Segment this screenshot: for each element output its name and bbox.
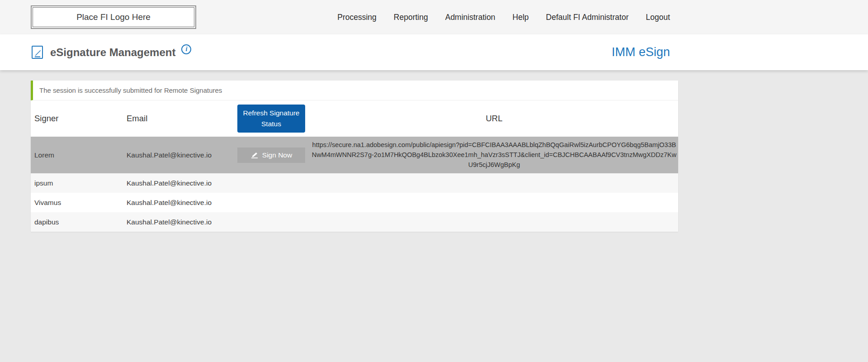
nav-item-user-menu[interactable]: Default FI Administrator xyxy=(546,13,629,22)
fi-logo-placeholder-text: Place FI Logo Here xyxy=(33,7,194,27)
sign-now-button-label: Sign Now xyxy=(262,151,292,159)
signer-email: Kaushal.Patel@kinective.io xyxy=(127,199,232,207)
signature-session-card: The session is successfully submitted fo… xyxy=(31,81,678,232)
nav-item-administration[interactable]: Administration xyxy=(445,13,495,22)
table-row: dapibus Kaushal.Patel@kinective.io xyxy=(31,212,678,232)
signer-name: Lorem xyxy=(31,151,127,159)
table-row: Lorem Kaushal.Patel@kinective.io Sign No… xyxy=(31,137,678,173)
main-nav: Processing Reporting Administration Help… xyxy=(337,13,670,22)
success-alert-message: The session is successfully submitted fo… xyxy=(39,86,222,94)
nav-item-logout[interactable]: Logout xyxy=(646,13,670,22)
nav-item-help[interactable]: Help xyxy=(513,13,529,22)
signer-email: Kaushal.Patel@kinective.io xyxy=(127,218,232,226)
nav-item-processing[interactable]: Processing xyxy=(337,13,377,22)
nav-item-reporting[interactable]: Reporting xyxy=(394,13,428,22)
page-title: eSignature Management xyxy=(50,46,175,59)
esignature-document-icon xyxy=(31,45,44,60)
top-bar: Place FI Logo Here Processing Reporting … xyxy=(0,0,868,34)
signer-name: ipsum xyxy=(31,179,127,187)
table-row: Vivamus Kaushal.Patel@kinective.io xyxy=(31,193,678,212)
refresh-signature-status-button[interactable]: Refresh Signature Status xyxy=(237,105,305,133)
signer-email: Kaushal.Patel@kinective.io xyxy=(127,151,232,159)
pen-icon xyxy=(250,152,259,158)
page-header-bar: eSignature Management i IMM eSign xyxy=(0,34,868,70)
column-header-email: Email xyxy=(127,114,232,124)
table-header-row: Signer Email Refresh Signature Status UR… xyxy=(31,100,678,137)
column-header-signer: Signer xyxy=(31,114,127,124)
signer-email: Kaushal.Patel@kinective.io xyxy=(127,179,232,187)
fi-logo-placeholder: Place FI Logo Here xyxy=(31,5,196,29)
table-row: ipsum Kaushal.Patel@kinective.io xyxy=(31,173,678,193)
success-alert: The session is successfully submitted fo… xyxy=(31,81,678,100)
imm-esign-brand: IMM eSign xyxy=(612,45,670,59)
signing-url: https://secure.na1.adobesign.com/public/… xyxy=(310,137,678,173)
signer-name: dapibus xyxy=(31,218,127,226)
info-icon[interactable]: i xyxy=(181,44,191,54)
signer-name: Vivamus xyxy=(31,199,127,207)
sign-now-button[interactable]: Sign Now xyxy=(237,148,305,163)
column-header-url: URL xyxy=(310,114,678,124)
